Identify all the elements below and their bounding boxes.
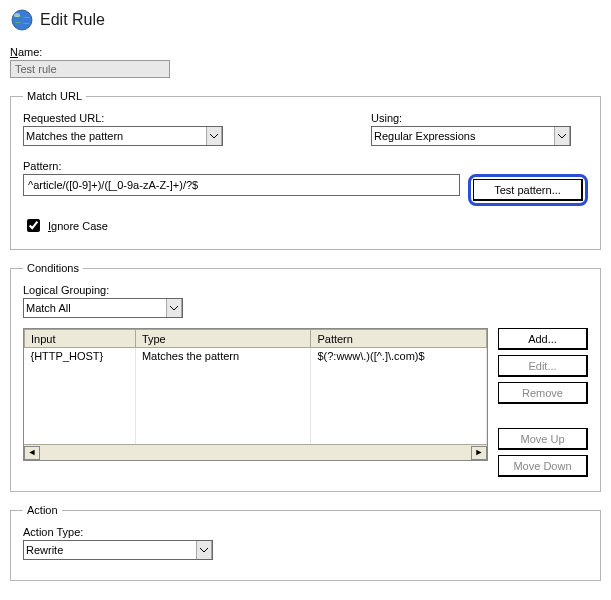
cell-pattern: $(?:www\.)([^.]\.com)$	[311, 348, 487, 365]
add-condition-button[interactable]: Add...	[498, 328, 588, 350]
requested-url-label: Requested URL:	[23, 112, 323, 124]
cell-type: Matches the pattern	[135, 348, 311, 365]
page-header: Edit Rule	[10, 8, 601, 32]
table-row: .	[25, 380, 487, 396]
name-input[interactable]	[10, 60, 170, 78]
globe-icon	[10, 8, 34, 32]
move-up-button[interactable]: Move Up	[498, 428, 588, 450]
ignore-case-checkbox[interactable]	[27, 219, 40, 232]
svg-point-2	[14, 13, 20, 17]
col-input[interactable]: Input	[25, 330, 136, 348]
name-label: Name:	[10, 46, 601, 58]
test-pattern-highlight: Test pattern...	[468, 174, 588, 206]
col-type[interactable]: Type	[135, 330, 311, 348]
table-header-row: Input Type Pattern	[25, 330, 487, 348]
action-type-label: Action Type:	[23, 526, 588, 538]
conditions-table[interactable]: Input Type Pattern {HTTP_HOST} Matches t…	[24, 329, 487, 444]
conditions-table-wrap: Input Type Pattern {HTTP_HOST} Matches t…	[23, 328, 488, 461]
using-select[interactable]: Regular Expressions	[371, 126, 571, 146]
name-section: Name:	[10, 46, 601, 78]
conditions-legend: Conditions	[23, 262, 83, 274]
edit-condition-button[interactable]: Edit...	[498, 355, 588, 377]
action-group: Action Action Type: Rewrite	[10, 504, 601, 581]
requested-url-select[interactable]: Matches the pattern	[23, 126, 223, 146]
scroll-right-icon[interactable]: ►	[471, 446, 487, 460]
test-pattern-button[interactable]: Test pattern...	[473, 179, 583, 201]
cell-input: {HTTP_HOST}	[25, 348, 136, 365]
action-type-select[interactable]: Rewrite	[23, 540, 213, 560]
table-row: .	[25, 364, 487, 380]
page-title: Edit Rule	[40, 11, 105, 29]
scroll-left-icon[interactable]: ◄	[24, 446, 40, 460]
move-down-button[interactable]: Move Down	[498, 455, 588, 477]
conditions-group: Conditions Logical Grouping: Match All I…	[10, 262, 601, 492]
ignore-case-label: Ignore Case	[48, 220, 108, 232]
logical-grouping-label: Logical Grouping:	[23, 284, 588, 296]
using-label: Using:	[371, 112, 588, 124]
table-row: .	[25, 396, 487, 412]
table-row: .	[25, 412, 487, 428]
table-row[interactable]: {HTTP_HOST} Matches the pattern $(?:www\…	[25, 348, 487, 365]
logical-grouping-select[interactable]: Match All	[23, 298, 183, 318]
action-legend: Action	[23, 504, 62, 516]
match-url-group: Match URL Requested URL: Matches the pat…	[10, 90, 601, 250]
table-row: .	[25, 428, 487, 444]
pattern-input[interactable]	[23, 174, 460, 196]
pattern-label: Pattern:	[23, 160, 588, 172]
match-url-legend: Match URL	[23, 90, 86, 102]
remove-condition-button[interactable]: Remove	[498, 382, 588, 404]
col-pattern[interactable]: Pattern	[311, 330, 487, 348]
horizontal-scrollbar[interactable]: ◄ ►	[24, 444, 487, 460]
